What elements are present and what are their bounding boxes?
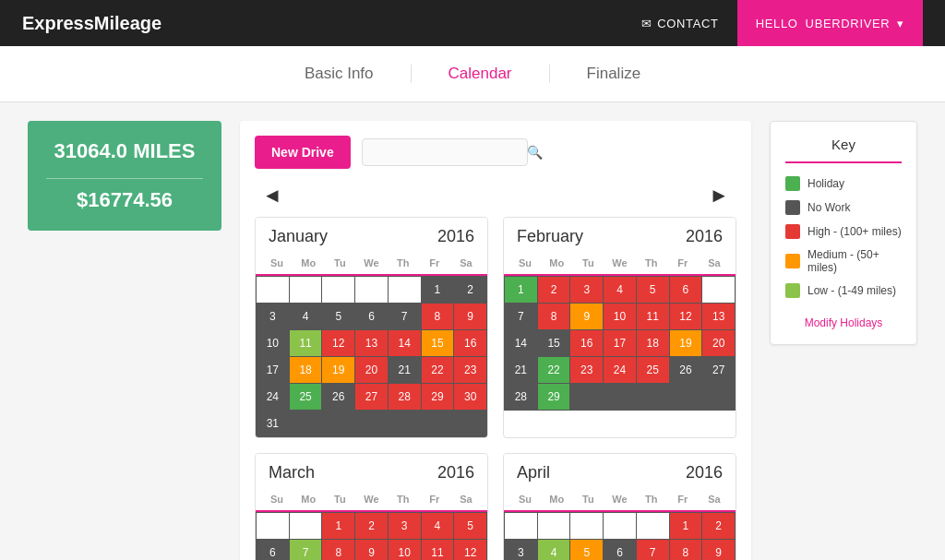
day-cell[interactable]: 17: [604, 330, 636, 356]
day-cell[interactable]: 12: [670, 304, 702, 329]
day-cell[interactable]: 7: [637, 540, 669, 560]
day-cell[interactable]: 28: [505, 384, 537, 410]
day-cell[interactable]: 29: [422, 384, 454, 410]
day-cell[interactable]: 12: [454, 540, 486, 560]
day-cell[interactable]: 28: [389, 384, 421, 410]
day-cell[interactable]: 16: [570, 330, 603, 356]
search-box[interactable]: 🔍: [362, 138, 528, 166]
day-cell[interactable]: 27: [355, 384, 388, 410]
day-cell[interactable]: 3: [257, 304, 289, 329]
day-cell[interactable]: 25: [637, 357, 669, 383]
day-cell[interactable]: 9: [570, 304, 603, 329]
day-cell[interactable]: 8: [538, 304, 570, 329]
day-cell[interactable]: 14: [389, 330, 421, 356]
day-cell[interactable]: 7: [389, 304, 421, 329]
month-header: February 2016: [504, 218, 736, 252]
day-cell[interactable]: 22: [422, 357, 454, 383]
day-cell[interactable]: 2: [355, 513, 388, 539]
day-cell[interactable]: 24: [257, 384, 289, 410]
day-cell[interactable]: 18: [637, 330, 669, 356]
day-cell[interactable]: 24: [604, 357, 636, 383]
day-cell[interactable]: 16: [454, 330, 486, 356]
day-cell[interactable]: 5: [570, 540, 603, 560]
day-header-label: Th: [388, 492, 419, 506]
days-grid: 1234567891011121314151617181920212223242…: [504, 276, 736, 411]
day-cell[interactable]: 22: [538, 357, 570, 383]
day-cell[interactable]: 19: [670, 330, 702, 356]
step-calendar[interactable]: Calendar: [412, 65, 550, 83]
mail-icon: ✉: [641, 17, 652, 30]
day-cell[interactable]: 10: [389, 540, 421, 560]
day-cell[interactable]: 19: [322, 357, 354, 383]
day-cell[interactable]: 7: [290, 540, 322, 560]
day-cell[interactable]: 30: [454, 384, 486, 410]
search-input[interactable]: [372, 146, 527, 160]
day-cell[interactable]: 23: [570, 357, 603, 383]
day-cell[interactable]: 20: [702, 330, 735, 356]
day-cell[interactable]: 23: [454, 357, 486, 383]
step-finalize[interactable]: Finalize: [550, 65, 678, 83]
next-arrow[interactable]: ►: [705, 184, 733, 208]
day-cell[interactable]: 6: [257, 540, 289, 560]
day-cell[interactable]: 14: [505, 330, 537, 356]
day-cell[interactable]: 3: [570, 277, 603, 303]
day-cell[interactable]: 2: [538, 277, 570, 303]
day-cell[interactable]: 4: [604, 277, 636, 303]
day-cell[interactable]: 10: [604, 304, 636, 329]
day-cell[interactable]: 17: [257, 357, 289, 383]
day-cell[interactable]: 6: [604, 540, 636, 560]
day-cell[interactable]: 11: [422, 540, 454, 560]
day-cell[interactable]: 5: [454, 513, 486, 539]
day-cell[interactable]: 9: [702, 540, 735, 560]
day-cell[interactable]: 8: [322, 540, 354, 560]
modify-holidays-link[interactable]: Modify Holidays: [785, 316, 902, 329]
day-cell[interactable]: 13: [702, 304, 735, 329]
header-right: ✉ CONTACT HELLO UBERDRIVER ▾: [623, 0, 923, 46]
day-cell[interactable]: 9: [454, 304, 486, 329]
day-cell[interactable]: 1: [422, 277, 454, 303]
day-cell[interactable]: 8: [670, 540, 702, 560]
day-cell[interactable]: 20: [355, 357, 388, 383]
day-cell[interactable]: 4: [422, 513, 454, 539]
day-cell[interactable]: 27: [702, 357, 735, 383]
prev-arrow[interactable]: ◄: [258, 184, 286, 208]
contact-button[interactable]: ✉ CONTACT: [623, 17, 737, 30]
day-cell[interactable]: 18: [290, 357, 322, 383]
day-cell[interactable]: 11: [637, 304, 669, 329]
day-cell[interactable]: 2: [702, 513, 735, 539]
day-cell[interactable]: 15: [422, 330, 454, 356]
day-cell[interactable]: 2: [454, 277, 486, 303]
day-cell[interactable]: 5: [637, 277, 669, 303]
step-basic-info[interactable]: Basic Info: [268, 65, 412, 83]
day-cell[interactable]: 1: [505, 277, 537, 303]
day-cell[interactable]: 1: [670, 513, 702, 539]
day-cell[interactable]: 4: [290, 304, 322, 329]
user-menu-button[interactable]: HELLO UBERDRIVER ▾: [737, 0, 923, 46]
day-cell[interactable]: 9: [355, 540, 388, 560]
day-cell[interactable]: 31: [257, 411, 289, 436]
day-cell[interactable]: 6: [670, 277, 702, 303]
key-color-box: [785, 200, 800, 215]
day-cell[interactable]: 21: [389, 357, 421, 383]
day-cell[interactable]: 1: [322, 513, 354, 539]
day-cell[interactable]: 26: [322, 384, 354, 410]
new-drive-button[interactable]: New Drive: [255, 136, 351, 169]
day-header-label: Tu: [572, 256, 604, 270]
day-cell[interactable]: 4: [538, 540, 570, 560]
day-cell[interactable]: 13: [355, 330, 388, 356]
logo-bold: Mileage: [94, 13, 161, 33]
day-cell[interactable]: 25: [290, 384, 322, 410]
day-cell[interactable]: 3: [505, 540, 537, 560]
day-cell[interactable]: 6: [355, 304, 388, 329]
day-cell[interactable]: 12: [322, 330, 354, 356]
day-cell[interactable]: 15: [538, 330, 570, 356]
day-cell[interactable]: 10: [257, 330, 289, 356]
day-cell[interactable]: 29: [538, 384, 570, 410]
day-cell[interactable]: 7: [505, 304, 537, 329]
day-cell[interactable]: 5: [322, 304, 354, 329]
day-cell[interactable]: 3: [389, 513, 421, 539]
day-cell[interactable]: 8: [422, 304, 454, 329]
day-cell[interactable]: 11: [290, 330, 322, 356]
day-cell[interactable]: 21: [505, 357, 537, 383]
day-cell[interactable]: 26: [670, 357, 702, 383]
